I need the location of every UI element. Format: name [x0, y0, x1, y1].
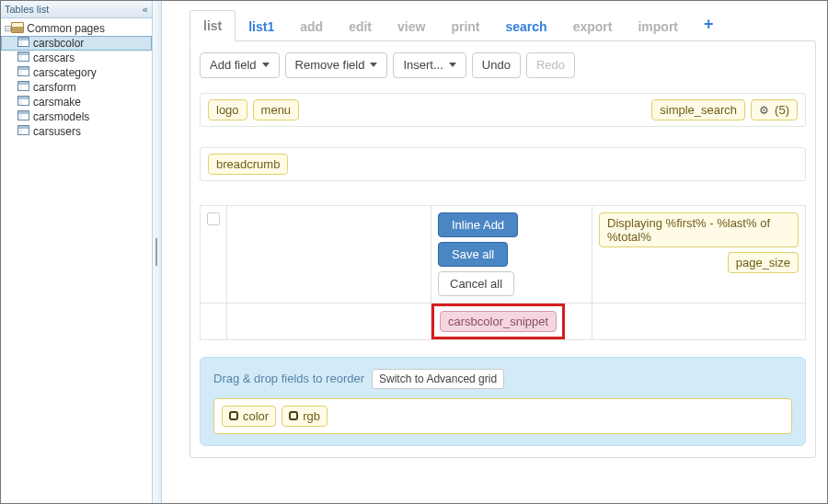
button-label: Switch to Advanced grid [379, 372, 497, 385]
tab-view[interactable]: view [385, 12, 438, 41]
chip-label: carsbcolor_snippet [448, 315, 548, 328]
tab-edit[interactable]: edit [336, 12, 385, 41]
sidebar-item-carsform[interactable]: carsform [1, 80, 152, 95]
logo-widget[interactable]: logo [208, 99, 247, 120]
required-box-icon [229, 411, 238, 420]
add-field-button[interactable]: Add field [200, 52, 280, 78]
sidebar-item-label: carsusers [33, 125, 81, 138]
switch-advanced-grid-button[interactable]: Switch to Advanced grid [372, 369, 504, 389]
sidebar-item-carsmodels[interactable]: carsmodels [1, 109, 152, 124]
table-icon [17, 110, 33, 123]
button-label: Remove field [295, 58, 365, 73]
sidebar-item-label: carsform [33, 81, 76, 94]
cancel-all-button[interactable]: Cancel all [438, 271, 514, 296]
chip-label: simple_search [660, 103, 737, 117]
field-chip-color[interactable]: color [222, 406, 276, 427]
reorder-header: Drag & drop fields to reorder Switch to … [213, 369, 792, 389]
inline-add-button[interactable]: Inline Add [438, 212, 518, 237]
save-all-button[interactable]: Save all [438, 242, 508, 267]
sidebar-item-carsusers[interactable]: carsusers [1, 124, 152, 139]
sidebar: Tables list « ⊟ Common pages carsbcolor … [1, 1, 153, 503]
tab-list[interactable]: list [190, 10, 236, 41]
breadcrumb-widget[interactable]: breadcrumb [208, 154, 288, 175]
field-label: color [243, 409, 269, 423]
tab-list1[interactable]: list1 [236, 12, 287, 41]
snippet-highlight: carsbcolor_snippet [431, 304, 565, 339]
table-icon [17, 66, 33, 79]
toolbar: Add field Remove field Insert... Undo Re… [200, 52, 806, 78]
table-icon [17, 52, 33, 64]
field-chip-rgb[interactable]: rgb [282, 406, 328, 427]
table-icon [17, 81, 33, 94]
tab-label: list1 [248, 19, 274, 34]
tab-export[interactable]: export [560, 12, 626, 41]
grid-checkbox-cell [201, 205, 227, 303]
sidebar-collapse-icon[interactable]: « [142, 4, 148, 16]
page-size-widget[interactable]: page_size [728, 252, 799, 273]
tab-add-new[interactable]: + [691, 7, 727, 41]
settings-count: (5) [775, 103, 789, 117]
button-label: Redo [536, 58, 565, 73]
page-panel: Add field Remove field Insert... Undo Re… [190, 40, 816, 458]
grid-actions-cell: Inline Add Save all Cancel all [431, 205, 592, 303]
tab-print[interactable]: print [438, 12, 492, 41]
grid-empty-cell [592, 303, 806, 339]
sidebar-title: Tables list [5, 4, 49, 15]
table-icon [17, 96, 33, 109]
chip-label: breadcrumb [216, 157, 280, 171]
main-area: list list1 add edit view print search ex… [162, 1, 827, 503]
undo-button[interactable]: Undo [472, 52, 521, 78]
grid-snippet-cell: carsbcolor_snippet [431, 303, 592, 339]
sidebar-item-label: carsbcolor [33, 37, 84, 50]
tab-label: search [506, 19, 547, 34]
snippet-widget[interactable]: carsbcolor_snippet [440, 311, 557, 332]
fields-strip[interactable]: color rgb [213, 398, 792, 434]
tab-label: add [300, 19, 323, 34]
sidebar-header: Tables list « [1, 1, 152, 18]
table-icon [17, 125, 33, 138]
tab-search[interactable]: search [493, 12, 560, 41]
chevron-down-icon [449, 63, 456, 67]
sidebar-item-label: Common pages [27, 22, 105, 35]
tab-label: import [638, 19, 678, 34]
tree-expander-icon[interactable]: ⊟ [5, 22, 11, 35]
chip-label: page_size [736, 256, 790, 269]
chevron-down-icon [262, 63, 270, 67]
tab-add[interactable]: add [287, 12, 336, 41]
sidebar-item-common-pages[interactable]: ⊟ Common pages [1, 21, 152, 36]
tab-label: edit [349, 19, 372, 34]
remove-field-button[interactable]: Remove field [285, 52, 388, 78]
settings-widget[interactable]: (5) [751, 99, 798, 120]
button-label: Cancel all [450, 277, 502, 291]
tab-label: list [203, 18, 222, 33]
grid-snippet-row: carsbcolor_snippet [201, 303, 806, 339]
menu-widget[interactable]: menu [253, 99, 300, 120]
sidebar-item-carsmake[interactable]: carsmake [1, 95, 152, 109]
chip-label: Displaying %first% - %last% of %total% [607, 216, 790, 244]
tab-label: export [573, 19, 613, 34]
folder-icon [11, 22, 27, 36]
breadcrumb-row: breadcrumb [200, 147, 806, 181]
page-tabs: list list1 add edit view print search ex… [190, 6, 816, 41]
simple-search-widget[interactable]: simple_search [651, 99, 745, 120]
select-all-checkbox[interactable] [207, 212, 220, 225]
sidebar-tree: ⊟ Common pages carsbcolor carscars carsc… [1, 18, 152, 142]
paging-info-widget[interactable]: Displaying %first% - %last% of %total% [599, 212, 799, 247]
chevron-down-icon [370, 63, 377, 67]
insert-button[interactable]: Insert... [393, 52, 466, 78]
grid-top-row: Inline Add Save all Cancel all Displayin… [201, 205, 806, 303]
grid-paging-cell: Displaying %first% - %last% of %total% p… [592, 205, 806, 303]
button-label: Save all [452, 247, 494, 261]
grid-layout: Inline Add Save all Cancel all Displayin… [200, 205, 806, 340]
sidebar-item-carsbcolor[interactable]: carsbcolor [1, 36, 152, 51]
sidebar-item-label: carscars [33, 52, 75, 64]
sidebar-splitter[interactable] [153, 1, 162, 503]
sidebar-item-carscategory[interactable]: carscategory [1, 65, 152, 80]
button-label: Inline Add [452, 218, 504, 232]
required-box-icon [289, 411, 298, 420]
tab-import[interactable]: import [625, 12, 691, 41]
sidebar-item-carscars[interactable]: carscars [1, 51, 152, 65]
chip-label: menu [261, 103, 292, 117]
button-label: Undo [482, 58, 511, 73]
redo-button[interactable]: Redo [526, 52, 575, 78]
